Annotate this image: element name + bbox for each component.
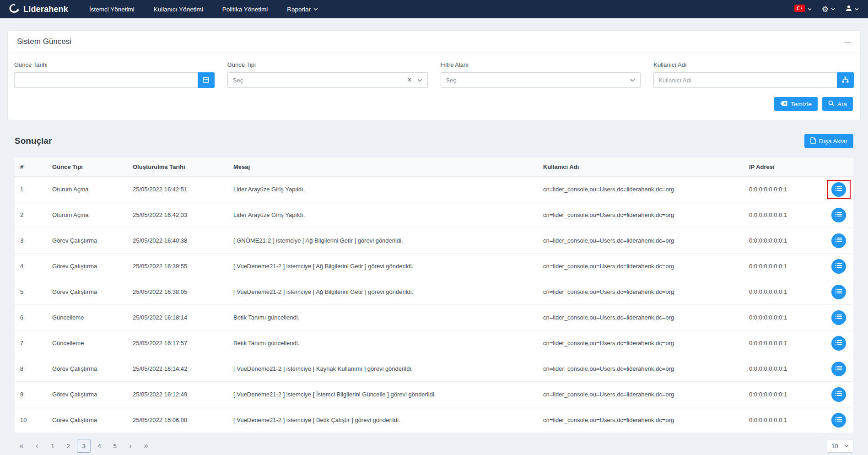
row-action-wrap bbox=[827, 180, 851, 199]
table-row: 7 Güncelleme 25/05/2022 16:17:57 Betik T… bbox=[15, 330, 853, 356]
cell-ip: 0:0:0:0:0:0:0:1 bbox=[744, 263, 824, 270]
brand[interactable]: Liderahenk bbox=[9, 4, 68, 15]
panel-title: Sistem Güncesi bbox=[17, 37, 71, 46]
cell-index: 1 bbox=[15, 186, 47, 193]
row-action-wrap bbox=[827, 206, 851, 225]
row-action-wrap bbox=[827, 334, 851, 353]
field-gunce-tipi: Günce Tipi Seç × bbox=[227, 61, 428, 88]
cell-user: cn=lider_console,ou=Users,dc=liderahenk,… bbox=[538, 365, 744, 372]
liderahenk-logo-icon bbox=[9, 4, 20, 15]
settings-menu[interactable]: ⚙ bbox=[822, 5, 835, 13]
chevron-down-icon bbox=[630, 79, 635, 82]
cell-date: 25/05/2022 16:06:08 bbox=[127, 417, 228, 423]
row-action-wrap bbox=[827, 308, 851, 327]
table-row: 8 Görev Çalıştırma 25/05/2022 16:14:42 [… bbox=[15, 356, 853, 382]
cell-user: cn=lider_console,ou=Users,dc=liderahenk,… bbox=[538, 263, 744, 270]
search-button[interactable]: Ara bbox=[822, 97, 853, 111]
log-type-select[interactable]: Seç × bbox=[227, 72, 428, 88]
previous-page-button[interactable]: ‹ bbox=[30, 439, 44, 453]
cell-date: 25/05/2022 16:38:05 bbox=[127, 288, 228, 295]
cell-user: cn=lider_console,ou=Users,dc=liderahenk,… bbox=[538, 391, 744, 398]
row-detail-button[interactable] bbox=[831, 208, 846, 222]
row-detail-button[interactable] bbox=[831, 336, 846, 351]
cell-date: 25/05/2022 16:42:33 bbox=[127, 211, 228, 218]
cell-message: [ VueDeneme21-2 ] istemciye [ İstemci Bi… bbox=[228, 391, 538, 398]
field-label: Günce Tipi bbox=[227, 61, 428, 68]
row-action-wrap bbox=[827, 359, 851, 379]
cell-type: Görev Çalıştırma bbox=[47, 391, 127, 398]
cell-ip: 0:0:0:0:0:0:0:1 bbox=[744, 186, 824, 193]
cell-message: [ GNOME21-2 ] istemciye [ Ağ Bilgilerini… bbox=[228, 237, 538, 244]
filter-fields: Günce Tarihi Günce Tipi Seç × bbox=[8, 53, 860, 91]
user-menu[interactable] bbox=[845, 5, 859, 14]
last-page-button[interactable]: » bbox=[139, 439, 153, 453]
row-detail-button[interactable] bbox=[831, 285, 846, 299]
list-icon bbox=[836, 391, 842, 398]
page-size-value: 10 bbox=[831, 443, 838, 450]
calendar-icon bbox=[203, 76, 209, 84]
collapse-panel-button[interactable]: — bbox=[844, 38, 851, 45]
cell-date: 25/05/2022 16:18:14 bbox=[127, 314, 228, 321]
chevron-down-icon bbox=[313, 8, 318, 11]
row-detail-button[interactable] bbox=[831, 182, 846, 197]
col-user: Kullanıcı Adı bbox=[538, 163, 744, 170]
date-input[interactable] bbox=[14, 72, 198, 88]
user-icon bbox=[845, 5, 852, 14]
list-icon bbox=[836, 314, 842, 321]
page-number-2[interactable]: 2 bbox=[61, 439, 75, 453]
nav-label: Raporlar bbox=[287, 6, 311, 13]
cell-message: Betik Tanımı güncellendi. bbox=[228, 340, 538, 347]
language-menu[interactable] bbox=[794, 5, 812, 14]
page-size-select[interactable]: 10 bbox=[827, 439, 853, 453]
row-detail-button[interactable] bbox=[831, 233, 846, 248]
turkish-flag-icon bbox=[794, 5, 805, 14]
list-icon bbox=[836, 237, 842, 244]
nav-raporlar[interactable]: Raporlar bbox=[287, 6, 318, 13]
cell-date: 25/05/2022 16:17:57 bbox=[127, 340, 228, 347]
minus-icon: — bbox=[844, 38, 851, 46]
first-page-button[interactable]: « bbox=[15, 439, 28, 453]
filter-area-select[interactable]: Seç bbox=[441, 72, 641, 88]
cell-date: 25/05/2022 16:40:38 bbox=[127, 237, 228, 244]
cell-user: cn=lider_console,ou=Users,dc=liderahenk,… bbox=[538, 340, 744, 347]
list-icon bbox=[836, 186, 842, 193]
cell-ip: 0:0:0:0:0:0:0:1 bbox=[744, 365, 824, 372]
table-row: 5 Görev Çalıştırma 25/05/2022 16:38:05 [… bbox=[15, 279, 853, 305]
row-action-wrap bbox=[827, 385, 851, 404]
page-numbers: 12345 bbox=[46, 439, 122, 453]
file-export-icon bbox=[810, 137, 816, 145]
page-number-5[interactable]: 5 bbox=[108, 439, 122, 453]
cell-index: 5 bbox=[15, 288, 47, 295]
export-button[interactable]: Dışa Aktar bbox=[804, 134, 853, 148]
page-number-3[interactable]: 3 bbox=[77, 439, 91, 453]
gear-icon: ⚙ bbox=[822, 5, 829, 13]
row-detail-button[interactable] bbox=[831, 259, 846, 274]
nav-kullanici-yonetimi[interactable]: Kullanıcı Yönetimi bbox=[154, 6, 203, 13]
row-detail-button[interactable] bbox=[831, 310, 846, 325]
nav-politika-yonetimi[interactable]: Politika Yönetimi bbox=[222, 6, 268, 13]
cell-user: cn=lider_console,ou=Users,dc=liderahenk,… bbox=[538, 186, 744, 193]
cell-index: 8 bbox=[15, 365, 47, 372]
nav-istemci-yonetimi[interactable]: İstemci Yönetimi bbox=[89, 6, 135, 13]
clear-button[interactable]: Temizle bbox=[774, 97, 818, 111]
table-row: 3 Görev Çalıştırma 25/05/2022 16:40:38 [… bbox=[15, 228, 853, 254]
calendar-button[interactable] bbox=[198, 72, 215, 88]
navbar-right: ⚙ bbox=[794, 5, 859, 14]
cell-date: 25/05/2022 16:42:51 bbox=[127, 186, 228, 193]
username-input[interactable] bbox=[653, 72, 837, 88]
page-number-1[interactable]: 1 bbox=[46, 439, 59, 453]
cell-date: 25/05/2022 16:14:42 bbox=[127, 365, 228, 372]
ldap-search-button[interactable] bbox=[837, 72, 854, 88]
page-number-4[interactable]: 4 bbox=[92, 439, 106, 453]
row-detail-button[interactable] bbox=[831, 362, 846, 376]
row-detail-button[interactable] bbox=[831, 387, 846, 402]
cell-ip: 0:0:0:0:0:0:0:1 bbox=[744, 288, 824, 295]
search-icon bbox=[828, 100, 834, 108]
cell-index: 2 bbox=[15, 211, 47, 218]
field-label: Kullanıcı Adı bbox=[653, 61, 854, 68]
cell-type: Görev Çalıştırma bbox=[47, 288, 127, 295]
cell-message: [ VueDeneme21-2 ] istemciye [ Kaynak Kul… bbox=[228, 365, 538, 372]
clear-selection-icon[interactable]: × bbox=[407, 76, 411, 84]
row-detail-button[interactable] bbox=[831, 413, 846, 428]
next-page-button[interactable]: › bbox=[124, 439, 137, 453]
